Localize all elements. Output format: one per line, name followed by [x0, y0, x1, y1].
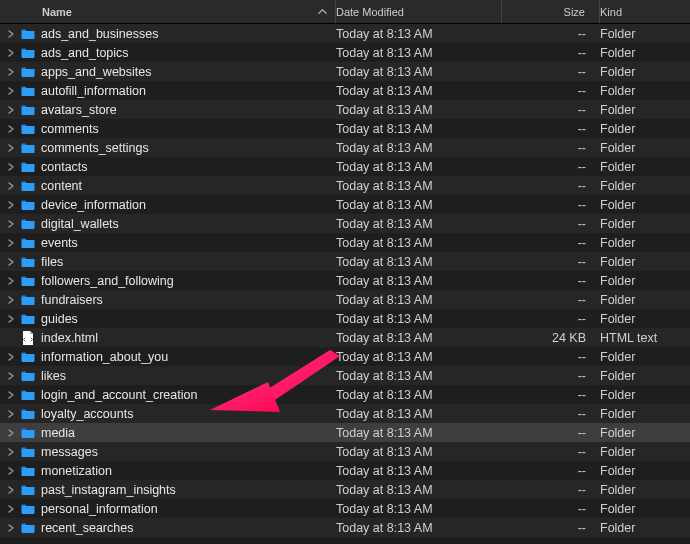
file-row[interactable]: eventsToday at 8:13 AM--Folder — [0, 233, 690, 252]
file-row[interactable]: avatars_storeToday at 8:13 AM--Folder — [0, 100, 690, 119]
size-cell: -- — [502, 312, 600, 326]
name-cell[interactable]: login_and_account_creation — [0, 387, 336, 403]
name-cell[interactable]: fundraisers — [0, 292, 336, 308]
name-cell[interactable]: loyalty_accounts — [0, 406, 336, 422]
disclosure-chevron-icon[interactable] — [4, 163, 18, 171]
name-cell[interactable]: media — [0, 425, 336, 441]
disclosure-chevron-icon[interactable] — [4, 391, 18, 399]
file-row[interactable]: fundraisersToday at 8:13 AM--Folder — [0, 290, 690, 309]
disclosure-chevron-icon[interactable] — [4, 296, 18, 304]
file-name-label: personal_information — [41, 502, 158, 516]
column-header-date-label: Date Modified — [336, 6, 404, 18]
name-cell[interactable]: content — [0, 178, 336, 194]
date-modified-cell: Today at 8:13 AM — [336, 217, 502, 231]
disclosure-chevron-icon[interactable] — [4, 505, 18, 513]
name-cell[interactable]: index.html — [0, 330, 336, 346]
name-cell[interactable]: comments_settings — [0, 140, 336, 156]
disclosure-chevron-icon[interactable] — [4, 30, 18, 38]
file-name-label: loyalty_accounts — [41, 407, 133, 421]
column-header-size[interactable]: Size — [502, 0, 600, 23]
sort-caret-icon — [318, 7, 327, 16]
file-row[interactable]: digital_walletsToday at 8:13 AM--Folder — [0, 214, 690, 233]
file-row[interactable]: messagesToday at 8:13 AM--Folder — [0, 442, 690, 461]
name-cell[interactable]: events — [0, 235, 336, 251]
size-cell: -- — [502, 179, 600, 193]
file-row[interactable]: monetizationToday at 8:13 AM--Folder — [0, 461, 690, 480]
file-row[interactable]: past_instagram_insightsToday at 8:13 AM-… — [0, 480, 690, 499]
file-row[interactable]: followers_and_followingToday at 8:13 AM-… — [0, 271, 690, 290]
file-list[interactable]: ads_and_businessesToday at 8:13 AM--Fold… — [0, 24, 690, 537]
file-row[interactable]: likesToday at 8:13 AM--Folder — [0, 366, 690, 385]
file-row[interactable]: mediaToday at 8:13 AM--Folder — [0, 423, 690, 442]
file-row[interactable]: loyalty_accountsToday at 8:13 AM--Folder — [0, 404, 690, 423]
name-cell[interactable]: likes — [0, 368, 336, 384]
column-header-date[interactable]: Date Modified — [336, 0, 502, 23]
disclosure-chevron-icon[interactable] — [4, 125, 18, 133]
folder-icon — [20, 463, 36, 479]
file-row[interactable]: contentToday at 8:13 AM--Folder — [0, 176, 690, 195]
file-row[interactable]: recent_searchesToday at 8:13 AM--Folder — [0, 518, 690, 537]
disclosure-chevron-icon[interactable] — [4, 448, 18, 456]
column-header-kind[interactable]: Kind — [600, 0, 690, 23]
disclosure-chevron-icon[interactable] — [4, 144, 18, 152]
disclosure-chevron-icon[interactable] — [4, 524, 18, 532]
name-cell[interactable]: device_information — [0, 197, 336, 213]
name-cell[interactable]: messages — [0, 444, 336, 460]
name-cell[interactable]: apps_and_websites — [0, 64, 336, 80]
disclosure-chevron-icon[interactable] — [4, 353, 18, 361]
name-cell[interactable]: ads_and_businesses — [0, 26, 336, 42]
file-row[interactable]: autofill_informationToday at 8:13 AM--Fo… — [0, 81, 690, 100]
name-cell[interactable]: information_about_you — [0, 349, 336, 365]
name-cell[interactable]: monetization — [0, 463, 336, 479]
name-cell[interactable]: ads_and_topics — [0, 45, 336, 61]
column-header-name[interactable]: Name — [0, 0, 336, 23]
disclosure-chevron-icon[interactable] — [4, 429, 18, 437]
date-modified-cell: Today at 8:13 AM — [336, 65, 502, 79]
disclosure-chevron-icon[interactable] — [4, 467, 18, 475]
disclosure-chevron-icon[interactable] — [4, 372, 18, 380]
name-cell[interactable]: followers_and_following — [0, 273, 336, 289]
name-cell[interactable]: contacts — [0, 159, 336, 175]
file-row[interactable]: personal_informationToday at 8:13 AM--Fo… — [0, 499, 690, 518]
name-cell[interactable]: past_instagram_insights — [0, 482, 336, 498]
name-cell[interactable]: comments — [0, 121, 336, 137]
date-modified-cell: Today at 8:13 AM — [336, 312, 502, 326]
file-row[interactable]: index.htmlToday at 8:13 AM24 KBHTML text — [0, 328, 690, 347]
disclosure-chevron-icon[interactable] — [4, 315, 18, 323]
disclosure-chevron-icon[interactable] — [4, 486, 18, 494]
disclosure-chevron-icon[interactable] — [4, 182, 18, 190]
disclosure-chevron-icon[interactable] — [4, 220, 18, 228]
folder-icon — [20, 140, 36, 156]
disclosure-chevron-icon[interactable] — [4, 258, 18, 266]
file-row[interactable]: device_informationToday at 8:13 AM--Fold… — [0, 195, 690, 214]
name-cell[interactable]: avatars_store — [0, 102, 336, 118]
file-row[interactable]: ads_and_businessesToday at 8:13 AM--Fold… — [0, 24, 690, 43]
file-row[interactable]: comments_settingsToday at 8:13 AM--Folde… — [0, 138, 690, 157]
name-cell[interactable]: files — [0, 254, 336, 270]
disclosure-chevron-icon[interactable] — [4, 410, 18, 418]
name-cell[interactable]: recent_searches — [0, 520, 336, 536]
disclosure-chevron-icon[interactable] — [4, 87, 18, 95]
size-cell: -- — [502, 217, 600, 231]
name-cell[interactable]: digital_wallets — [0, 216, 336, 232]
disclosure-chevron-icon[interactable] — [4, 106, 18, 114]
file-row[interactable]: contactsToday at 8:13 AM--Folder — [0, 157, 690, 176]
svg-rect-18 — [22, 392, 35, 400]
date-modified-cell: Today at 8:13 AM — [336, 103, 502, 117]
size-cell: -- — [502, 103, 600, 117]
name-cell[interactable]: personal_information — [0, 501, 336, 517]
file-row[interactable]: apps_and_websitesToday at 8:13 AM--Folde… — [0, 62, 690, 81]
disclosure-chevron-icon[interactable] — [4, 68, 18, 76]
file-row[interactable]: commentsToday at 8:13 AM--Folder — [0, 119, 690, 138]
name-cell[interactable]: autofill_information — [0, 83, 336, 99]
file-row[interactable]: guidesToday at 8:13 AM--Folder — [0, 309, 690, 328]
file-row[interactable]: filesToday at 8:13 AM--Folder — [0, 252, 690, 271]
file-row[interactable]: login_and_account_creationToday at 8:13 … — [0, 385, 690, 404]
disclosure-chevron-icon[interactable] — [4, 201, 18, 209]
disclosure-chevron-icon[interactable] — [4, 49, 18, 57]
file-row[interactable]: information_about_youToday at 8:13 AM--F… — [0, 347, 690, 366]
disclosure-chevron-icon[interactable] — [4, 277, 18, 285]
name-cell[interactable]: guides — [0, 311, 336, 327]
file-row[interactable]: ads_and_topicsToday at 8:13 AM--Folder — [0, 43, 690, 62]
disclosure-chevron-icon[interactable] — [4, 239, 18, 247]
